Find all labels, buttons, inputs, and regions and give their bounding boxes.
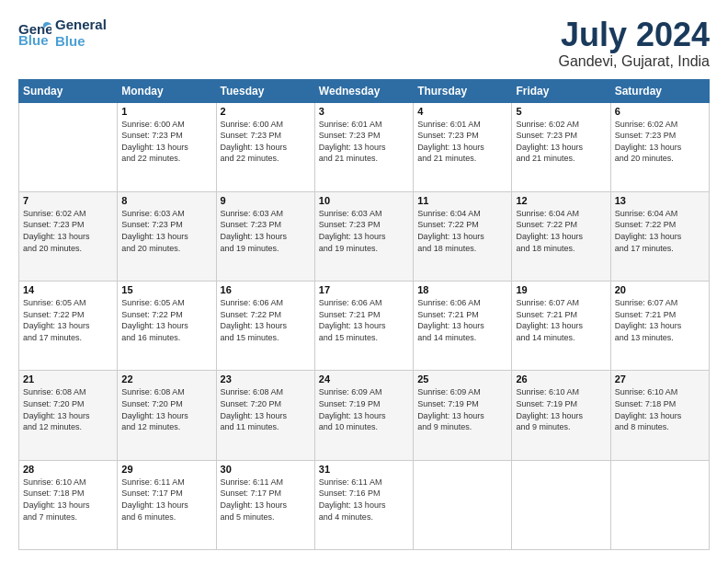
day-info: Sunrise: 6:10 AMSunset: 7:18 PMDaylight:… bbox=[23, 477, 113, 523]
day-number: 1 bbox=[121, 106, 211, 117]
day-info: Sunrise: 6:01 AMSunset: 7:23 PMDaylight:… bbox=[319, 119, 409, 165]
day-number: 21 bbox=[23, 373, 113, 385]
calendar-cell: 20Sunrise: 6:07 AMSunset: 7:21 PMDayligh… bbox=[610, 282, 709, 371]
day-number: 4 bbox=[417, 106, 507, 117]
day-number: 10 bbox=[319, 195, 409, 206]
header: General Blue General Blue July 2024 Gand… bbox=[18, 17, 710, 70]
day-number: 5 bbox=[516, 106, 606, 117]
day-number: 9 bbox=[221, 195, 311, 206]
calendar-week-4: 28Sunrise: 6:10 AMSunset: 7:18 PMDayligh… bbox=[19, 460, 710, 549]
day-info: Sunrise: 6:11 AMSunset: 7:17 PMDaylight:… bbox=[121, 477, 211, 523]
calendar-cell: 17Sunrise: 6:06 AMSunset: 7:21 PMDayligh… bbox=[314, 282, 413, 371]
day-number: 11 bbox=[417, 195, 507, 206]
calendar-week-3: 21Sunrise: 6:08 AMSunset: 7:20 PMDayligh… bbox=[19, 371, 710, 460]
day-number: 19 bbox=[516, 284, 606, 295]
calendar-cell: 19Sunrise: 6:07 AMSunset: 7:21 PMDayligh… bbox=[512, 282, 610, 371]
day-info: Sunrise: 6:02 AMSunset: 7:23 PMDaylight:… bbox=[615, 119, 705, 165]
day-info: Sunrise: 6:04 AMSunset: 7:22 PMDaylight:… bbox=[417, 208, 507, 254]
day-number: 12 bbox=[516, 195, 606, 206]
calendar-cell: 21Sunrise: 6:08 AMSunset: 7:20 PMDayligh… bbox=[19, 371, 118, 460]
day-info: Sunrise: 6:09 AMSunset: 7:19 PMDaylight:… bbox=[417, 386, 507, 432]
calendar-cell bbox=[610, 460, 709, 549]
day-info: Sunrise: 6:11 AMSunset: 7:17 PMDaylight:… bbox=[221, 477, 311, 523]
day-info: Sunrise: 6:04 AMSunset: 7:22 PMDaylight:… bbox=[615, 208, 705, 254]
day-number: 2 bbox=[221, 106, 311, 117]
day-info: Sunrise: 6:05 AMSunset: 7:22 PMDaylight:… bbox=[23, 297, 113, 343]
calendar-cell: 29Sunrise: 6:11 AMSunset: 7:17 PMDayligh… bbox=[118, 460, 216, 549]
calendar-subtitle: Gandevi, Gujarat, India bbox=[558, 53, 710, 70]
day-number: 8 bbox=[121, 195, 211, 206]
calendar-cell: 15Sunrise: 6:05 AMSunset: 7:22 PMDayligh… bbox=[118, 282, 216, 371]
calendar-cell: 26Sunrise: 6:10 AMSunset: 7:19 PMDayligh… bbox=[512, 371, 610, 460]
calendar-cell: 14Sunrise: 6:05 AMSunset: 7:22 PMDayligh… bbox=[19, 282, 118, 371]
logo: General Blue General Blue bbox=[18, 17, 107, 50]
calendar-cell: 30Sunrise: 6:11 AMSunset: 7:17 PMDayligh… bbox=[216, 460, 314, 549]
day-info: Sunrise: 6:07 AMSunset: 7:21 PMDaylight:… bbox=[615, 297, 705, 343]
col-monday: Monday bbox=[118, 79, 216, 102]
calendar-cell: 11Sunrise: 6:04 AMSunset: 7:22 PMDayligh… bbox=[414, 191, 512, 281]
day-number: 18 bbox=[417, 284, 507, 295]
calendar-cell: 24Sunrise: 6:09 AMSunset: 7:19 PMDayligh… bbox=[314, 371, 413, 460]
calendar-cell: 10Sunrise: 6:03 AMSunset: 7:23 PMDayligh… bbox=[314, 191, 413, 281]
day-number: 13 bbox=[615, 195, 705, 206]
col-tuesday: Tuesday bbox=[216, 79, 314, 102]
day-info: Sunrise: 6:06 AMSunset: 7:22 PMDaylight:… bbox=[221, 297, 311, 343]
calendar-week-0: 1Sunrise: 6:00 AMSunset: 7:23 PMDaylight… bbox=[19, 102, 710, 191]
day-info: Sunrise: 6:00 AMSunset: 7:23 PMDaylight:… bbox=[121, 119, 211, 165]
calendar-cell: 18Sunrise: 6:06 AMSunset: 7:21 PMDayligh… bbox=[414, 282, 512, 371]
day-info: Sunrise: 6:07 AMSunset: 7:21 PMDaylight:… bbox=[516, 297, 606, 343]
logo-line2: Blue bbox=[55, 33, 107, 50]
calendar-cell: 6Sunrise: 6:02 AMSunset: 7:23 PMDaylight… bbox=[610, 102, 709, 191]
day-number: 15 bbox=[121, 284, 211, 295]
calendar-cell: 16Sunrise: 6:06 AMSunset: 7:22 PMDayligh… bbox=[216, 282, 314, 371]
day-number: 31 bbox=[319, 464, 409, 475]
day-info: Sunrise: 6:03 AMSunset: 7:23 PMDaylight:… bbox=[221, 208, 311, 254]
col-wednesday: Wednesday bbox=[314, 79, 413, 102]
calendar-cell: 22Sunrise: 6:08 AMSunset: 7:20 PMDayligh… bbox=[118, 371, 216, 460]
day-number: 22 bbox=[121, 373, 211, 385]
calendar-cell: 9Sunrise: 6:03 AMSunset: 7:23 PMDaylight… bbox=[216, 191, 314, 281]
calendar-cell: 23Sunrise: 6:08 AMSunset: 7:20 PMDayligh… bbox=[216, 371, 314, 460]
day-number: 25 bbox=[417, 373, 507, 385]
day-info: Sunrise: 6:02 AMSunset: 7:23 PMDaylight:… bbox=[23, 208, 113, 254]
day-info: Sunrise: 6:06 AMSunset: 7:21 PMDaylight:… bbox=[319, 297, 409, 343]
calendar-title: July 2024 bbox=[558, 17, 710, 53]
day-number: 3 bbox=[319, 106, 409, 117]
day-info: Sunrise: 6:10 AMSunset: 7:19 PMDaylight:… bbox=[516, 386, 606, 432]
calendar-table: Sunday Monday Tuesday Wednesday Thursday… bbox=[18, 79, 710, 550]
page: General Blue General Blue July 2024 Gand… bbox=[0, 0, 728, 563]
header-row: Sunday Monday Tuesday Wednesday Thursday… bbox=[19, 79, 710, 102]
day-number: 6 bbox=[615, 106, 705, 117]
calendar-cell: 8Sunrise: 6:03 AMSunset: 7:23 PMDaylight… bbox=[118, 191, 216, 281]
calendar-cell bbox=[19, 102, 118, 191]
day-number: 29 bbox=[121, 464, 211, 475]
calendar-cell: 2Sunrise: 6:00 AMSunset: 7:23 PMDaylight… bbox=[216, 102, 314, 191]
day-info: Sunrise: 6:08 AMSunset: 7:20 PMDaylight:… bbox=[121, 386, 211, 432]
day-info: Sunrise: 6:03 AMSunset: 7:23 PMDaylight:… bbox=[121, 208, 211, 254]
calendar-cell: 31Sunrise: 6:11 AMSunset: 7:16 PMDayligh… bbox=[314, 460, 413, 549]
day-info: Sunrise: 6:01 AMSunset: 7:23 PMDaylight:… bbox=[417, 119, 507, 165]
calendar-cell: 28Sunrise: 6:10 AMSunset: 7:18 PMDayligh… bbox=[19, 460, 118, 549]
calendar-cell: 13Sunrise: 6:04 AMSunset: 7:22 PMDayligh… bbox=[610, 191, 709, 281]
day-number: 17 bbox=[319, 284, 409, 295]
day-info: Sunrise: 6:09 AMSunset: 7:19 PMDaylight:… bbox=[319, 386, 409, 432]
day-number: 26 bbox=[516, 373, 606, 385]
svg-text:Blue: Blue bbox=[18, 32, 49, 47]
day-info: Sunrise: 6:00 AMSunset: 7:23 PMDaylight:… bbox=[221, 119, 311, 165]
title-section: July 2024 Gandevi, Gujarat, India bbox=[558, 17, 710, 70]
day-number: 27 bbox=[615, 373, 705, 385]
day-info: Sunrise: 6:02 AMSunset: 7:23 PMDaylight:… bbox=[516, 119, 606, 165]
calendar-cell: 1Sunrise: 6:00 AMSunset: 7:23 PMDaylight… bbox=[118, 102, 216, 191]
calendar-cell: 12Sunrise: 6:04 AMSunset: 7:22 PMDayligh… bbox=[512, 191, 610, 281]
day-number: 7 bbox=[23, 195, 113, 206]
calendar-cell bbox=[414, 460, 512, 549]
calendar-cell: 7Sunrise: 6:02 AMSunset: 7:23 PMDaylight… bbox=[19, 191, 118, 281]
calendar-week-1: 7Sunrise: 6:02 AMSunset: 7:23 PMDaylight… bbox=[19, 191, 710, 281]
calendar-week-2: 14Sunrise: 6:05 AMSunset: 7:22 PMDayligh… bbox=[19, 282, 710, 371]
col-thursday: Thursday bbox=[414, 79, 512, 102]
day-info: Sunrise: 6:08 AMSunset: 7:20 PMDaylight:… bbox=[221, 386, 311, 432]
day-info: Sunrise: 6:11 AMSunset: 7:16 PMDaylight:… bbox=[319, 477, 409, 523]
calendar-cell: 4Sunrise: 6:01 AMSunset: 7:23 PMDaylight… bbox=[414, 102, 512, 191]
calendar-cell bbox=[512, 460, 610, 549]
calendar-cell: 3Sunrise: 6:01 AMSunset: 7:23 PMDaylight… bbox=[314, 102, 413, 191]
